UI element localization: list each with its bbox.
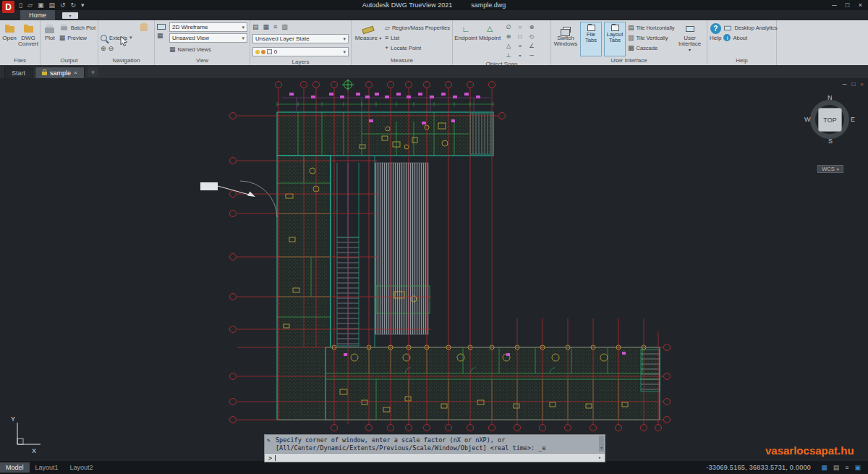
minimize-button[interactable]: ─ bbox=[829, 1, 840, 9]
new-tab-button[interactable]: + bbox=[88, 67, 98, 77]
tab-model[interactable]: Model bbox=[0, 462, 30, 473]
help-button[interactable]: ? Help bbox=[710, 22, 721, 56]
ribbon-panel-measure: Measure ▾ ▱Region/Mass Properties ≡List … bbox=[352, 20, 453, 65]
chevron-down-icon: ▾ bbox=[340, 49, 346, 55]
list-button[interactable]: ≡List bbox=[385, 33, 450, 43]
ribbon-panel-object-snap: ∟ Endpoint △ Midpoint ∅ ○ ⊗ ⊕ □ ◇ △ × ∠ bbox=[453, 20, 551, 65]
about-button[interactable]: iAbout bbox=[723, 33, 777, 43]
current-layer-combo[interactable]: 0 ▾ bbox=[252, 47, 349, 56]
open-button[interactable]: Open bbox=[2, 22, 17, 56]
snap-perpendicular-icon[interactable]: ⊥ bbox=[503, 51, 514, 60]
list-icon: ≡ bbox=[385, 34, 388, 41]
viewcube-west[interactable]: W bbox=[804, 116, 811, 123]
command-scrollbar[interactable]: ▾ bbox=[599, 436, 604, 452]
midpoint-button[interactable]: △ Midpoint bbox=[479, 22, 501, 60]
visual-style-icon[interactable] bbox=[157, 24, 166, 30]
close-button[interactable]: × bbox=[855, 1, 866, 9]
snap-nearest-icon[interactable]: • bbox=[514, 51, 526, 60]
wcs-selector[interactable]: WCS▾ bbox=[817, 165, 843, 173]
snap-none-icon[interactable]: ∅ bbox=[503, 22, 514, 32]
snap-geometric-icon[interactable]: ◇ bbox=[526, 32, 537, 41]
snap-extension-icon[interactable]: △ bbox=[503, 41, 514, 51]
recent-commands-icon[interactable]: ▾ bbox=[598, 455, 601, 461]
endpoint-button[interactable]: ∟ Endpoint bbox=[455, 22, 477, 60]
measure-dropdown-icon: ▾ bbox=[379, 36, 381, 41]
tab-close-icon[interactable]: × bbox=[74, 69, 77, 76]
maximize-button[interactable]: □ bbox=[842, 1, 853, 9]
ucs-icon: Y X bbox=[11, 415, 41, 454]
watermark: vasarlocsapat.hu bbox=[765, 444, 854, 457]
svg-text:Y: Y bbox=[11, 415, 15, 423]
customize-icon[interactable]: ✎ bbox=[267, 437, 271, 445]
command-prompt: > bbox=[268, 454, 272, 462]
tab-layout1[interactable]: Layout1 bbox=[30, 462, 64, 473]
visual-style-combo[interactable]: 2D Wireframe▾ bbox=[169, 22, 247, 32]
layout-tabs-toggle[interactable]: Layout Tabs bbox=[604, 22, 626, 56]
layer-match-icon[interactable]: ▥ bbox=[281, 23, 288, 30]
named-views-button[interactable]: ▦Named Views bbox=[169, 44, 247, 54]
user-interface-button[interactable]: User Interface ▾ bbox=[677, 22, 703, 56]
tile-vertically-button[interactable]: ▥Tile Vertically bbox=[628, 33, 675, 43]
measure-button[interactable]: Measure ▾ bbox=[354, 22, 383, 56]
preview-button[interactable]: ▦Preview bbox=[59, 33, 95, 43]
layer-properties-icon[interactable]: ▤ bbox=[252, 23, 259, 30]
snap-apparent-icon[interactable]: ∠ bbox=[526, 41, 537, 51]
tab-layout2[interactable]: Layout2 bbox=[64, 462, 99, 473]
tab-start[interactable]: Start bbox=[4, 67, 33, 78]
viewcube-east[interactable]: E bbox=[851, 116, 855, 123]
view-manager-icon[interactable]: ▦ bbox=[157, 32, 167, 39]
interface-options-icon[interactable]: ≡ bbox=[845, 464, 848, 471]
plot-button[interactable]: Plot bbox=[43, 22, 57, 56]
region-mass-properties-button[interactable]: ▱Region/Mass Properties bbox=[385, 22, 450, 33]
chevron-down-icon: ▾ bbox=[239, 25, 244, 30]
chevron-down-icon: ▾ bbox=[837, 166, 839, 172]
leader-annotation bbox=[200, 182, 255, 197]
viewcube-top-face[interactable]: TOP bbox=[818, 108, 842, 132]
zoom-in-icon[interactable]: ⊕ bbox=[101, 45, 106, 52]
snap-intersection-icon[interactable]: × bbox=[514, 41, 526, 51]
drawing-viewport[interactable]: Y X ─ □ × N W E S TOP WCS▾ ✎ Specify cor… bbox=[0, 78, 868, 461]
layer-list-icon[interactable]: ≡ bbox=[273, 23, 277, 30]
command-input[interactable]: > ▾ bbox=[265, 453, 605, 462]
tile-horizontally-button[interactable]: ▤Tile Horizontally bbox=[628, 22, 675, 33]
layer-freeze-icon[interactable]: ▦ bbox=[263, 23, 270, 30]
open-folder-icon bbox=[5, 26, 14, 33]
midpoint-icon: △ bbox=[487, 26, 493, 32]
view-state-combo[interactable]: Unsaved View▾ bbox=[169, 33, 247, 43]
model-space-icon[interactable]: ▦ bbox=[821, 464, 827, 471]
desktop-analytics-button[interactable]: Desktop Analytics bbox=[723, 22, 777, 33]
locate-point-button[interactable]: +Locate Point bbox=[385, 43, 450, 53]
annotation-scale-icon[interactable]: ▤ bbox=[833, 464, 840, 471]
batch-plot-button[interactable]: Batch Plot bbox=[59, 22, 95, 33]
snap-quadrant-icon[interactable]: ⊕ bbox=[503, 32, 514, 41]
viewcube-south[interactable]: S bbox=[828, 137, 833, 145]
ribbon-collapse-box[interactable]: ▾ bbox=[62, 12, 78, 19]
viewcube[interactable]: N W E S TOP bbox=[807, 97, 854, 143]
pan-button[interactable] bbox=[101, 22, 152, 32]
coordinates-display: -33069.5165, 36833.5731, 0.0000 bbox=[706, 464, 811, 471]
switch-windows-button[interactable]: Switch Windows bbox=[553, 22, 578, 56]
command-line-panel: ✎ Specify corner of window, enter a scal… bbox=[264, 434, 605, 462]
file-tabs-toggle[interactable]: File Tabs bbox=[580, 22, 602, 56]
mouse-cursor bbox=[120, 36, 129, 50]
snap-center-icon[interactable]: ○ bbox=[514, 22, 526, 32]
object-snap-panel-label: Object Snap bbox=[453, 60, 550, 65]
info-icon: i bbox=[723, 34, 731, 41]
drawing-minimize-button[interactable]: ─ bbox=[843, 81, 847, 88]
drawing-restore-button[interactable]: □ bbox=[851, 81, 855, 88]
tab-sample[interactable]: sample × bbox=[35, 67, 85, 78]
dwg-convert-button[interactable]: DWG Convert bbox=[19, 22, 38, 56]
cascade-button[interactable]: ▩Cascade bbox=[628, 43, 675, 53]
snap-node-icon[interactable]: ⊗ bbox=[526, 22, 537, 32]
app-logo-icon[interactable]: D bbox=[2, 1, 14, 13]
snap-insertion-icon[interactable]: □ bbox=[514, 32, 526, 41]
command-history: ✎ Specify corner of window, enter a scal… bbox=[265, 435, 605, 453]
snap-parallel-icon[interactable]: ─ bbox=[526, 51, 537, 60]
zoom-out-icon[interactable]: ⊖ bbox=[109, 45, 114, 52]
tab-home[interactable]: Home bbox=[20, 10, 55, 20]
drawing-close-button[interactable]: × bbox=[860, 81, 864, 88]
layer-state-combo[interactable]: Unsaved Layer State▾ bbox=[252, 34, 349, 43]
window-title: Autodesk DWG TrueView 2021sample.dwg bbox=[0, 0, 868, 10]
fullscreen-icon[interactable]: ▣ bbox=[854, 464, 861, 471]
viewcube-north[interactable]: N bbox=[827, 94, 833, 101]
